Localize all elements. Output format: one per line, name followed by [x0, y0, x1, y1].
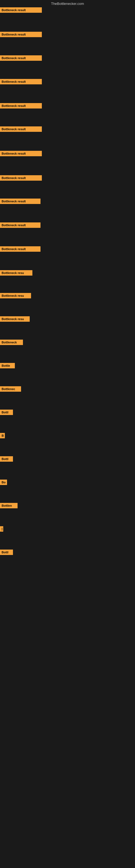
bottleneck-bar-22[interactable]: Bottlen [0, 503, 17, 508]
bottleneck-row-4: Bottleneck result [0, 79, 42, 86]
bottleneck-row-2: Bottleneck result [0, 32, 42, 38]
bottleneck-row-18: Bottl [0, 410, 13, 416]
bottleneck-row-20: Bottl [0, 456, 13, 463]
bottleneck-row-15: Bottleneck [0, 340, 23, 346]
bottleneck-row-7: Bottleneck result [0, 151, 42, 157]
bottleneck-row-22: Bottlen [0, 503, 17, 509]
bottleneck-bar-6[interactable]: Bottleneck result [0, 126, 42, 132]
bottleneck-bar-19[interactable]: B [0, 433, 5, 438]
bottleneck-bar-13[interactable]: Bottleneck resu [0, 293, 31, 299]
bottleneck-bar-15[interactable]: Bottleneck [0, 340, 23, 345]
site-title: TheBottlenecker.com [0, 0, 135, 7]
bottleneck-row-17: Bottlenec [0, 386, 21, 393]
bottleneck-bar-2[interactable]: Bottleneck result [0, 32, 42, 37]
bottleneck-bar-10[interactable]: Bottleneck result [0, 222, 41, 228]
bottleneck-bar-18[interactable]: Bottl [0, 410, 13, 415]
bottleneck-bar-11[interactable]: Bottleneck result [0, 246, 41, 252]
bottleneck-bar-5[interactable]: Bottleneck result [0, 103, 42, 108]
bottleneck-row-12: Bottleneck resu [0, 270, 32, 277]
bottleneck-bar-14[interactable]: Bottleneck resu [0, 316, 30, 322]
bottleneck-row-13: Bottleneck resu [0, 293, 31, 300]
bottleneck-bar-23[interactable]: | [0, 526, 3, 532]
bottleneck-row-21: Bo [0, 479, 7, 486]
bottleneck-bar-24[interactable]: Bottl [0, 550, 13, 555]
bottleneck-row-5: Bottleneck result [0, 103, 42, 110]
bottleneck-bar-7[interactable]: Bottleneck result [0, 151, 42, 156]
bottleneck-row-23: | [0, 526, 3, 533]
bottleneck-bar-17[interactable]: Bottlenec [0, 386, 21, 392]
bottleneck-bar-9[interactable]: Bottleneck result [0, 198, 41, 204]
bottleneck-bar-8[interactable]: Bottleneck result [0, 175, 42, 181]
bottleneck-row-6: Bottleneck result [0, 126, 42, 133]
bottleneck-row-3: Bottleneck result [0, 55, 42, 62]
bottleneck-bar-16[interactable]: Bottle [0, 363, 15, 368]
bottleneck-bar-3[interactable]: Bottleneck result [0, 55, 42, 61]
bottleneck-bar-1[interactable]: Bottleneck result [0, 7, 42, 13]
bottleneck-bar-12[interactable]: Bottleneck resu [0, 270, 32, 276]
bottleneck-bar-21[interactable]: Bo [0, 479, 7, 485]
bottleneck-bar-20[interactable]: Bottl [0, 456, 13, 462]
bottleneck-row-1: Bottleneck result [0, 7, 42, 14]
bottleneck-row-9: Bottleneck result [0, 198, 41, 205]
bottleneck-row-19: B [0, 433, 5, 439]
bottleneck-row-16: Bottle [0, 363, 15, 369]
bottleneck-row-11: Bottleneck result [0, 246, 41, 253]
bottleneck-row-8: Bottleneck result [0, 175, 42, 182]
bottleneck-row-10: Bottleneck result [0, 222, 41, 229]
bottleneck-row-14: Bottleneck resu [0, 316, 30, 323]
bottleneck-row-24: Bottl [0, 550, 13, 556]
bottleneck-bar-4[interactable]: Bottleneck result [0, 79, 42, 84]
